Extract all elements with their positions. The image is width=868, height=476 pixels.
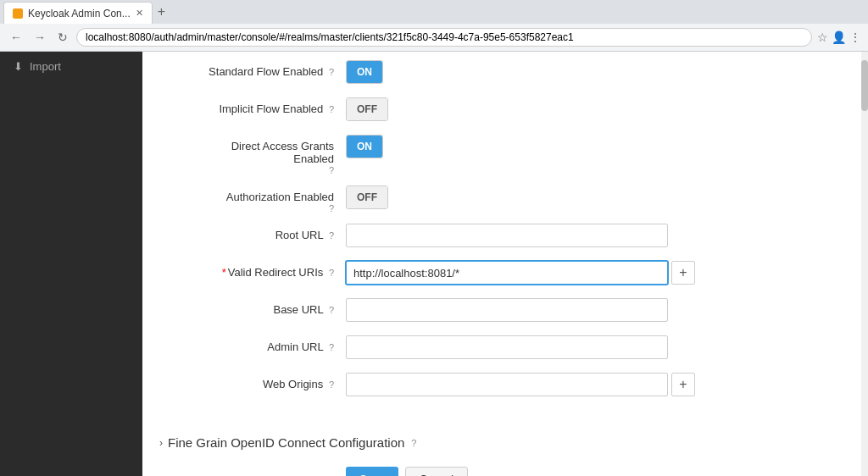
authorization-label: Authorization Enabled ? [159, 185, 346, 213]
authorization-row: Authorization Enabled ? OFF [159, 185, 804, 213]
profile-icon[interactable]: 👤 [832, 30, 846, 44]
new-tab-button[interactable]: + [153, 4, 170, 19]
valid-redirect-input[interactable] [346, 261, 668, 285]
url-field[interactable] [76, 28, 812, 47]
app-layout: ⬇ Import Standard Flow Enabled ? ON [0, 52, 868, 476]
tab-bar: Keycloak Admin Con... ✕ + [0, 0, 868, 24]
valid-redirect-add-button[interactable]: + [671, 261, 695, 285]
base-url-input[interactable] [346, 298, 668, 322]
root-url-label: Root URL ? [159, 224, 346, 241]
direct-access-on[interactable]: ON [347, 136, 382, 158]
back-button[interactable]: ← [7, 29, 25, 46]
direct-access-control: ON [346, 135, 804, 158]
authorization-control: OFF [346, 185, 804, 209]
menu-icon[interactable]: ⋮ [849, 30, 861, 44]
tab-title: Keycloak Admin Con... [28, 8, 131, 19]
address-bar: ← → ↻ ☆ 👤 ⋮ [0, 24, 868, 51]
valid-redirect-input-group: + [346, 261, 695, 285]
reload-button[interactable]: ↻ [54, 29, 71, 46]
valid-redirect-control: + [346, 261, 804, 285]
standard-flow-row: Standard Flow Enabled ? ON [159, 60, 804, 87]
base-url-control [346, 298, 804, 322]
standard-flow-toggle[interactable]: ON [346, 60, 383, 84]
implicit-flow-off[interactable]: OFF [347, 98, 387, 120]
web-origins-label: Web Origins ? [159, 373, 346, 390]
fine-grain-chevron-icon: › [159, 437, 163, 449]
main-content: Standard Flow Enabled ? ON Implicit Flow… [142, 52, 861, 476]
implicit-flow-control: OFF [346, 97, 804, 121]
direct-access-help-icon[interactable]: ? [329, 165, 334, 175]
valid-redirect-help-icon[interactable]: ? [329, 268, 334, 278]
authorization-toggle[interactable]: OFF [346, 185, 388, 209]
standard-flow-help-icon[interactable]: ? [329, 67, 334, 77]
implicit-flow-row: Implicit Flow Enabled ? OFF [159, 97, 804, 125]
valid-redirect-row: *Valid Redirect URIs ? + [159, 261, 804, 288]
fine-grain-section-label: Fine Grain OpenID Connect Configuration [168, 435, 404, 450]
root-url-help-icon[interactable]: ? [329, 230, 334, 241]
standard-flow-on[interactable]: ON [347, 61, 382, 83]
web-origins-input-group: + [346, 373, 695, 396]
implicit-flow-label: Implicit Flow Enabled ? [159, 97, 346, 115]
sidebar: ⬇ Import [0, 52, 142, 476]
valid-redirect-label: *Valid Redirect URIs ? [159, 261, 346, 279]
save-button[interactable]: Save [346, 467, 398, 476]
authorization-help-icon[interactable]: ? [329, 203, 334, 213]
admin-url-help-icon[interactable]: ? [329, 342, 334, 352]
web-origins-row: Web Origins ? + [159, 373, 804, 400]
fine-grain-help-icon[interactable]: ? [411, 438, 416, 448]
browser-chrome: Keycloak Admin Con... ✕ + ← → ↻ ☆ 👤 ⋮ [0, 0, 868, 52]
web-origins-help-icon[interactable]: ? [329, 379, 334, 390]
active-tab[interactable]: Keycloak Admin Con... ✕ [3, 2, 153, 24]
direct-access-label: Direct Access Grants Enabled ? [159, 135, 346, 175]
scrollbar-thumb[interactable] [861, 60, 868, 111]
direct-access-row: Direct Access Grants Enabled ? ON [159, 135, 804, 175]
base-url-label: Base URL ? [159, 298, 346, 316]
direct-access-toggle[interactable]: ON [346, 135, 383, 158]
standard-flow-control: ON [346, 60, 804, 84]
valid-redirect-required: * [222, 266, 226, 279]
root-url-control [346, 224, 804, 247]
web-origins-add-button[interactable]: + [671, 373, 695, 396]
standard-flow-label: Standard Flow Enabled ? [159, 60, 346, 78]
tab-close-button[interactable]: ✕ [136, 8, 143, 19]
admin-url-control [346, 335, 804, 359]
authorization-off[interactable]: OFF [347, 186, 387, 208]
web-origins-input[interactable] [346, 373, 668, 396]
forward-button[interactable]: → [31, 29, 49, 46]
admin-url-row: Admin URL ? [159, 335, 804, 363]
base-url-row: Base URL ? [159, 298, 804, 325]
bookmark-icon[interactable]: ☆ [817, 30, 828, 44]
web-origins-control: + [346, 373, 804, 396]
tab-favicon [13, 8, 23, 19]
root-url-input[interactable] [346, 224, 668, 247]
browser-icons: ☆ 👤 ⋮ [817, 30, 861, 44]
sidebar-item-import[interactable]: ⬇ Import [0, 52, 142, 81]
action-buttons: Save Cancel [142, 458, 861, 476]
cancel-button[interactable]: Cancel [405, 467, 468, 476]
base-url-help-icon[interactable]: ? [329, 305, 334, 315]
admin-url-label: Admin URL ? [159, 335, 346, 353]
implicit-flow-help-icon[interactable]: ? [329, 104, 334, 114]
implicit-flow-toggle[interactable]: OFF [346, 97, 388, 121]
scrollbar-track[interactable] [861, 52, 868, 476]
sidebar-item-import-label: Import [30, 60, 61, 73]
form-area: Standard Flow Enabled ? ON Implicit Flow… [142, 52, 821, 427]
root-url-row: Root URL ? [159, 224, 804, 251]
admin-url-input[interactable] [346, 335, 668, 359]
fine-grain-section-header[interactable]: › Fine Grain OpenID Connect Configuratio… [142, 427, 861, 458]
import-icon: ⬇ [14, 60, 23, 73]
